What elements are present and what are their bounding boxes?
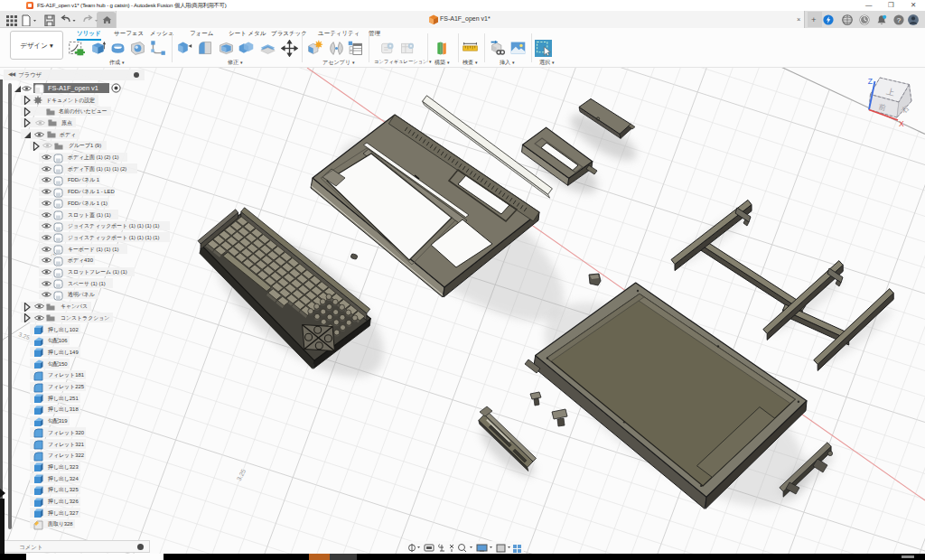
svg-text:?: ? bbox=[897, 15, 902, 23]
svg-text:X: X bbox=[899, 119, 904, 128]
svg-text:Z: Z bbox=[868, 77, 873, 86]
